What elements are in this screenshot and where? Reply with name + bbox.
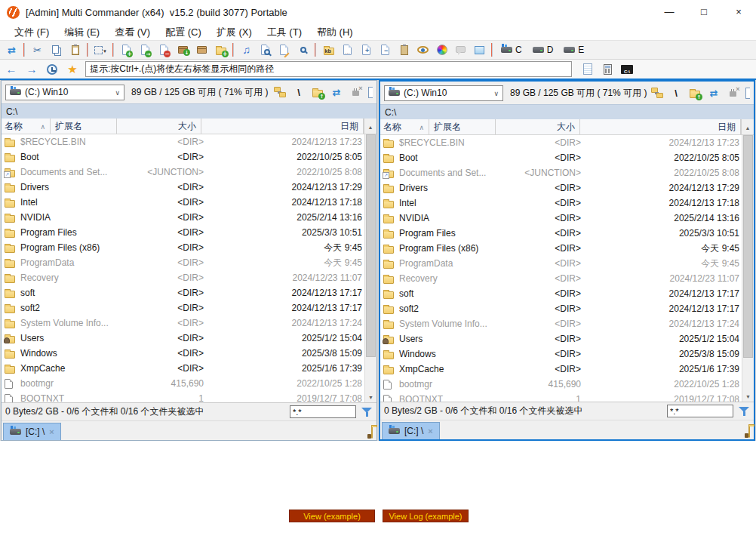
scroll-down-button[interactable]: [365, 390, 376, 402]
vertical-scrollbar[interactable]: [742, 135, 754, 402]
window-layout-button[interactable]: [470, 42, 489, 58]
history-button[interactable]: [45, 64, 60, 75]
drive-c-button[interactable]: C: [496, 42, 527, 58]
file-row[interactable]: ProgramData<DIR>今天 9:45: [380, 256, 741, 271]
file-row[interactable]: bootmgr415,6902022/10/25 1:28: [2, 376, 364, 391]
edit-file-button[interactable]: [275, 42, 293, 58]
command-prompt-button[interactable]: [621, 62, 633, 77]
go-parent-button[interactable]: [312, 85, 324, 100]
favorites-button[interactable]: [65, 63, 80, 75]
tab-c-drive[interactable]: [C:] \: [382, 422, 440, 439]
music-tool-button[interactable]: [237, 42, 256, 58]
file-row[interactable]: Boot<DIR>2022/10/25 8:05: [380, 150, 741, 165]
menu-item-tools[interactable]: 工具 (T): [260, 26, 309, 39]
preview-file-button[interactable]: [256, 42, 275, 58]
comments-button[interactable]: [451, 42, 470, 58]
file-batch-button[interactable]: …: [338, 42, 357, 58]
file-row[interactable]: Boot<DIR>2022/10/25 8:05: [2, 149, 364, 165]
file-row[interactable]: Documents and Set...<JUNCTION>2022/10/25…: [2, 165, 364, 180]
delete-file-button[interactable]: [155, 42, 174, 58]
column-header-date[interactable]: 日期: [201, 119, 364, 134]
menu-item-help[interactable]: 帮助 (H): [309, 26, 361, 39]
file-row[interactable]: Users<DIR>2025/1/2 15:04: [380, 331, 741, 346]
file-row[interactable]: Program Files (x86)<DIR>今天 9:45: [380, 241, 741, 256]
refresh-pane-button[interactable]: [330, 85, 343, 100]
column-header-ext[interactable]: 扩展名: [429, 119, 496, 134]
file-row[interactable]: XmpCache<DIR>2025/1/6 17:39: [380, 362, 741, 377]
drive-e-button[interactable]: E: [558, 42, 589, 58]
scrollbar-thumb[interactable]: [743, 135, 753, 358]
paste-button[interactable]: [66, 42, 85, 58]
file-row[interactable]: Windows<DIR>2025/3/8 15:09: [2, 346, 364, 361]
drive-selector[interactable]: (C:) Win10: [384, 85, 503, 101]
filter-input[interactable]: [290, 405, 356, 418]
file-row[interactable]: BOOTNXT12019/12/7 17:08: [380, 392, 741, 402]
file-row[interactable]: XmpCache<DIR>2025/1/6 17:39: [2, 361, 364, 376]
column-header-date[interactable]: 日期: [580, 119, 741, 134]
copy-button[interactable]: [47, 42, 66, 58]
refresh-button[interactable]: [2, 42, 21, 58]
file-row[interactable]: System Volume Info...<DIR>2024/12/13 17:…: [2, 316, 364, 331]
file-row[interactable]: soft<DIR>2024/12/13 17:17: [2, 285, 364, 300]
filter-button[interactable]: [738, 404, 750, 419]
column-header-size[interactable]: 大小: [117, 119, 201, 134]
file-row[interactable]: Program Files<DIR>2025/3/3 10:51: [2, 225, 364, 240]
file-row[interactable]: Windows<DIR>2025/3/8 15:09: [380, 346, 741, 362]
clipboard-button[interactable]: [395, 42, 413, 58]
file-row[interactable]: soft2<DIR>2024/12/13 17:17: [2, 300, 364, 316]
filter-button[interactable]: [361, 405, 373, 420]
go-parent-button[interactable]: [689, 85, 701, 100]
column-header-name[interactable]: 名称: [2, 119, 51, 134]
menu-item-file[interactable]: 文件 (F): [7, 26, 57, 39]
maximize-button[interactable]: □: [687, 0, 721, 24]
column-header-ext[interactable]: 扩展名: [51, 119, 117, 134]
drive-d-button[interactable]: D: [527, 42, 559, 58]
path-bar[interactable]: C:\: [2, 103, 376, 119]
tab-close-icon[interactable]: [49, 427, 54, 436]
notepad-button[interactable]: [582, 62, 594, 77]
menu-item-config[interactable]: 配置 (C): [158, 26, 209, 39]
view-example-button[interactable]: View (example): [289, 510, 375, 522]
address-input[interactable]: [85, 61, 572, 77]
go-root-button[interactable]: [293, 85, 305, 100]
calculator-button[interactable]: [601, 62, 613, 77]
file-row[interactable]: soft<DIR>2024/12/13 17:17: [380, 286, 741, 301]
file-row[interactable]: Drivers<DIR>2024/12/13 17:29: [380, 180, 741, 196]
file-row[interactable]: Program Files<DIR>2025/3/3 10:51: [380, 226, 741, 241]
menu-item-extensions[interactable]: 扩展 (X): [209, 26, 260, 39]
file-row[interactable]: NVIDIA<DIR>2025/2/14 13:16: [2, 210, 364, 225]
cut-button[interactable]: [28, 42, 47, 58]
file-row[interactable]: Users<DIR>2025/1/2 15:04: [2, 331, 364, 346]
file-plus-button[interactable]: +: [357, 42, 376, 58]
file-row[interactable]: Intel<DIR>2024/12/13 17:18: [2, 195, 364, 210]
file-row[interactable]: Drivers<DIR>2024/12/13 17:29: [2, 180, 364, 195]
scroll-up-button[interactable]: [364, 119, 376, 134]
file-row[interactable]: Program Files (x86)<DIR>今天 9:45: [2, 240, 364, 255]
file-row[interactable]: System Volume Info...<DIR>2024/12/13 17:…: [380, 316, 741, 331]
path-bar[interactable]: C:\: [380, 104, 754, 119]
scroll-up-button[interactable]: [741, 119, 754, 134]
file-row[interactable]: Recovery<DIR>2024/12/23 11:07: [2, 270, 364, 285]
go-root-button[interactable]: [670, 85, 682, 100]
pack-files-button[interactable]: [174, 42, 192, 58]
drive-selector[interactable]: (C:) Win10: [5, 85, 124, 100]
color-settings-button[interactable]: [432, 42, 451, 58]
file-viewer-button[interactable]: [413, 42, 432, 58]
file-row[interactable]: NVIDIA<DIR>2025/2/14 13:16: [380, 211, 741, 226]
scrollbar-thumb[interactable]: [366, 134, 376, 357]
folder-size-button[interactable]: [319, 42, 338, 58]
file-row[interactable]: Recovery<DIR>2024/12/23 11:07: [380, 271, 741, 286]
file-row[interactable]: Intel<DIR>2024/12/13 17:18: [380, 196, 741, 211]
file-row[interactable]: $RECYCLE.BIN<DIR>2024/12/13 17:23: [2, 134, 364, 149]
file-row[interactable]: ProgramData<DIR>今天 9:45: [2, 255, 364, 270]
disconnect-button[interactable]: [727, 85, 739, 100]
forward-button[interactable]: [24, 63, 39, 75]
locked-folder-button[interactable]: [371, 427, 373, 438]
minimize-button[interactable]: —: [652, 0, 687, 24]
close-button[interactable]: ×: [721, 0, 756, 24]
scroll-down-button[interactable]: [742, 390, 754, 402]
view-log-example-button[interactable]: View Log (example): [383, 510, 469, 522]
file-row[interactable]: Documents and Set...<JUNCTION>2022/10/25…: [380, 165, 741, 180]
file-row[interactable]: BOOTNXT12019/12/7 17:08: [2, 391, 364, 402]
vertical-scrollbar[interactable]: [364, 134, 376, 402]
